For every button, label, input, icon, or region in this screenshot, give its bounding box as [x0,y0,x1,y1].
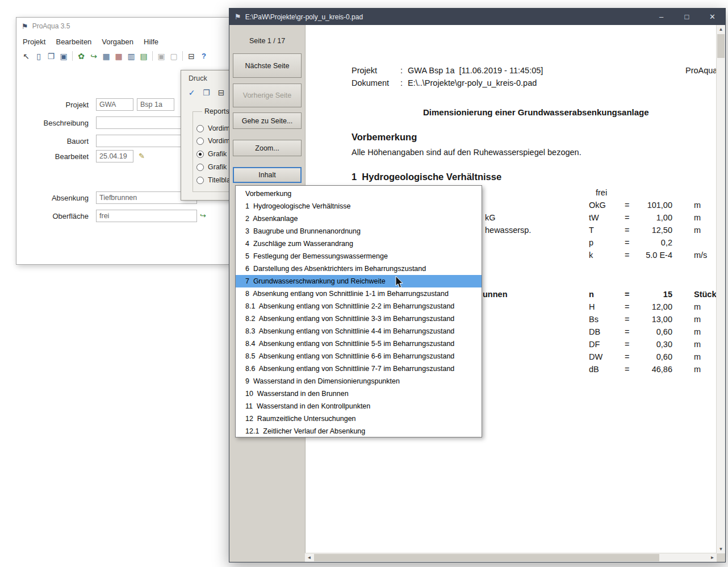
oberflaeche-field[interactable]: frei [96,210,197,222]
minimize-button[interactable]: – [648,9,674,25]
zoom-button[interactable]: Zoom... [233,140,302,156]
param-value: 46,86 [623,365,672,374]
toc-item[interactable]: 12.1 Zeitlicher Verlauf der Absenkung [236,425,482,437]
toc-item[interactable]: 8.6 Absenkung entlang von Schnittlinie 7… [236,362,482,375]
radio-icon[interactable] [196,125,204,132]
projekt-field-2[interactable]: Bsp 1a [137,98,174,111]
param-value: 101,00 [623,201,672,210]
scroll-left-icon[interactable]: ◄ [305,553,313,562]
paste-icon[interactable]: ▢ [168,51,180,62]
toc-item[interactable]: 8.2 Absenkung entlang von Schnittlinie 3… [236,312,482,325]
toc-item[interactable]: 6 Darstellung des Absenktrichters im Beh… [236,262,482,275]
horizontal-scrollbar[interactable]: ◄ ► [305,553,717,562]
scrollbar-corner [717,553,725,562]
print-icon[interactable]: ⊟ [215,87,227,98]
toc-item[interactable]: 8.5 Absenkung entlang von Schnittlinie 6… [236,350,482,362]
vertical-scroll-thumb[interactable] [717,34,725,58]
param-row: tW=1,00m [589,213,717,226]
toc-item[interactable]: 10 Wasserstand in den Brunnen [236,387,482,400]
colon: : [400,66,403,75]
print-icon[interactable]: ⊟ [185,51,198,62]
param-value: 1,00 [623,213,672,222]
toc-item[interactable]: 2 Absenkanlage [236,212,482,225]
param-row: Bs=13,00m [589,315,717,327]
doc-header-line-2: Dokument:E:\..\Projekte\gr-poly_u_kreis-… [352,78,537,87]
radio-icon[interactable] [196,177,204,184]
save-icon[interactable]: ▣ [57,51,70,62]
open-icon[interactable]: ❐ [45,51,57,62]
pointer-icon[interactable]: ↖ [20,51,32,62]
table-delete-icon[interactable]: ▦ [112,51,125,62]
toc-item-selected[interactable]: 7 Grundwasserschwankung und Reichweite [236,275,482,287]
help-icon[interactable]: ? [198,51,210,62]
druck-dialog-title: Druck [189,74,207,82]
goto-page-button[interactable]: Gehe zu Seite... [233,112,302,129]
report-option-1[interactable]: Vordime [196,124,234,132]
chart-icon[interactable]: ▥ [125,51,137,62]
close-button[interactable]: ✕ [700,9,725,25]
toc-item[interactable]: 8.3 Absenkung entlang von Schnittlinie 4… [236,325,482,337]
scroll-right-icon[interactable]: ► [708,553,717,562]
settings-icon[interactable]: ✿ [75,51,87,62]
toolbar: ↖ ▯ ❐ ▣ ✿ ↪ ▦ ▦ ▥ ▤ ▣ ▢ ⊟ ? [16,48,229,64]
edit-pencil-icon[interactable]: ✎ [139,152,145,160]
toc-item[interactable]: 8.1 Absenkung entlang von Schnittlinie 2… [236,300,482,312]
toc-item[interactable]: Vorbemerkung [236,187,482,200]
horizontal-scroll-thumb[interactable] [314,554,659,561]
param-unit: m [694,315,701,324]
report-option-5[interactable]: Titelblat [196,176,232,184]
section-1-heading: 1 Hydrogeologische Verhältnisse [352,172,501,182]
toc-item[interactable]: 5 Festlegung der Bemessungswassermenge [236,250,482,262]
table-icon[interactable]: ▦ [100,51,112,62]
param-row: OkG=101,00m [589,201,717,213]
copy-icon[interactable]: ▣ [155,51,168,62]
menu-hilfe[interactable]: Hilfe [139,37,164,46]
toc-item[interactable]: 1 Hydrogeologische Verhältnisse [236,200,482,212]
projekt-field-1[interactable]: GWA [96,98,133,111]
text-fragment-brunnen: unnen [483,290,508,299]
scroll-up-icon[interactable]: ▲ [717,25,725,34]
content-button[interactable]: Inhalt [233,167,302,183]
param-symbol: OkG [589,201,606,210]
doc-header-value: E:\..\Projekte\gr-poly_u_kreis-0.pad [408,78,537,87]
param-row: k=5.0 E-4m/s [589,251,717,263]
toc-item[interactable]: 3 Baugrube und Brunnenanordnung [236,225,482,237]
toc-item[interactable]: 8.4 Absenkung entlang von Schnittlinie 5… [236,337,482,350]
bearbeitet-field[interactable]: 25.04.19 [96,150,133,162]
next-page-button[interactable]: Nächste Seite [233,53,302,78]
new-document-icon[interactable]: ▯ [32,51,45,62]
menu-vorgaben[interactable]: Vorgaben [97,37,139,46]
param-unit: m [694,327,701,336]
scroll-down-icon[interactable]: ▼ [717,545,725,553]
toc-item[interactable]: 11 Wasserstand in den Kontrollpunkten [236,400,482,412]
table-edit-icon[interactable]: ▤ [137,51,150,62]
preview-window-title: E:\PaW\Projekte\gr-poly_u_kreis-0.pad [245,13,363,21]
toc-item[interactable]: 8 Absenkung entlang von Schnittlinie 1-1… [236,287,482,300]
toc-item[interactable]: 4 Zuschläge zum Wasserandrang [236,237,482,250]
toc-item[interactable]: 9 Wasserstand in den Dimensionierungspun… [236,375,482,387]
toc-item[interactable]: 12 Raumzeitliche Untersuchungen [236,412,482,425]
param-row: dB=46,86m [589,365,717,377]
radio-icon[interactable] [196,137,204,145]
param-unit: m [694,302,701,311]
menu-projekt[interactable]: Projekt [18,37,51,46]
preview-titlebar[interactable]: ⚑ E:\PaW\Projekte\gr-poly_u_kreis-0.pad … [229,9,725,25]
param-value: 0,60 [623,352,672,361]
radio-icon-checked[interactable] [196,151,204,158]
main-window-title: ProAqua 3.5 [32,22,70,30]
radio-icon[interactable] [196,164,204,171]
preview-icon[interactable]: ❐ [200,87,212,98]
projekt-label: Projekt [22,101,89,109]
import-icon[interactable]: ↪ [87,51,100,62]
param-symbol: dB [589,365,599,374]
param-value: 5.0 E-4 [623,251,672,260]
param-symbol: p [589,238,593,247]
confirm-icon[interactable]: ✓ [186,87,198,98]
menu-bearbeiten[interactable]: Bearbeiten [51,37,97,46]
report-option-2[interactable]: Vordime [196,137,234,145]
main-window-titlebar[interactable]: ⚑ ProAqua 3.5 [16,18,229,35]
section-vorbemerkung: Vorbemerkung [352,132,417,143]
vertical-scrollbar[interactable]: ▲ ▼ [716,25,725,553]
maximize-button[interactable]: □ [674,9,700,25]
pick-value-icon[interactable]: ↪ [200,211,206,220]
